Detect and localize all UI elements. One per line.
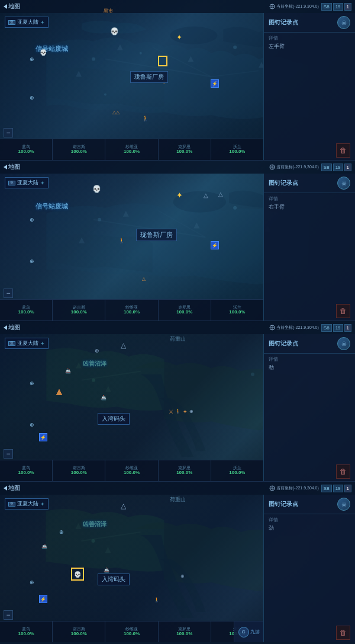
area-name-4: 凶善沼泽 bbox=[83, 520, 106, 528]
map-back-button-2[interactable]: 地图 bbox=[4, 163, 20, 171]
stat-value-4-0: 100.0% bbox=[18, 631, 34, 637]
stat-item-1-3: 克罗思 100.0% bbox=[159, 139, 211, 160]
stat-bar-2: 蓝鸟 100.0% 诺古斯 100.0% 纱维亚 100.0% 克罗思 100.… bbox=[0, 299, 263, 321]
map-back-button-1[interactable]: 地图 bbox=[4, 2, 20, 11]
triangle-4: △ bbox=[118, 501, 128, 511]
trash-button-3[interactable]: 🗑 bbox=[336, 464, 350, 479]
pin-title-2: 图钉记录点 bbox=[269, 179, 298, 187]
zoom-minus-2[interactable]: − bbox=[4, 289, 13, 298]
top-bar-right-4: 当前坐标(-221.9,304.0) S8 19 1 bbox=[269, 485, 351, 492]
stat-item-2-1: 诺古斯 100.0% bbox=[53, 300, 105, 321]
icon-3c: ⊕ bbox=[30, 422, 34, 428]
status-1-3: 1 bbox=[344, 324, 351, 332]
trash-button-1[interactable]: 🗑 bbox=[336, 143, 350, 158]
stat-item-1-2: 纱维亚 100.0% bbox=[105, 139, 158, 160]
region-marker-2: ✦ bbox=[40, 180, 45, 186]
icon-3d: 🚢 bbox=[65, 369, 71, 374]
stat-name-1-1: 诺古斯 bbox=[73, 145, 85, 149]
stat-value-2-1: 100.0% bbox=[71, 309, 87, 315]
right-panel-4: 图钉记录点 ☠ 详情 劲 🗑 bbox=[263, 495, 355, 642]
coord-text-3: 当前坐标(-221.9,304.0) bbox=[276, 325, 319, 331]
target-skull-4: 💀 bbox=[74, 571, 81, 578]
combat-group-3: ⚔ 🚶 ✦ ⊕ bbox=[169, 409, 198, 415]
compass-icon-2: ✦ bbox=[176, 191, 183, 200]
stat-value-2-0: 100.0% bbox=[18, 309, 34, 315]
skull-icon-1a: 💀 bbox=[110, 27, 119, 36]
map-back-button-4[interactable]: 地图 bbox=[4, 484, 20, 492]
icon-1b: ⊕ bbox=[30, 56, 34, 62]
stat-item-4-0: 蓝鸟 100.0% bbox=[0, 621, 53, 642]
pin-spacer-3 bbox=[264, 411, 355, 463]
pin-detail-value-1: 左手臂 bbox=[269, 43, 350, 50]
map-label-4: 地图 bbox=[8, 484, 20, 492]
compass-1: ✦ bbox=[175, 33, 184, 42]
region-label-1: 亚 亚夏大陆 ✦ bbox=[5, 17, 49, 28]
right-panel-1: 图钉记录点 ☠ 详情 左手臂 🗑 bbox=[263, 13, 355, 160]
trash-button-2[interactable]: 🗑 bbox=[336, 304, 350, 318]
blue-square-icon-1: ⚡ bbox=[211, 79, 219, 88]
pin-detail-label-3: 详情 bbox=[269, 356, 350, 364]
top-bar-right-2: 当前坐标(-221.9,304.0) S8 19 1 bbox=[269, 164, 351, 171]
status-1-1: 1 bbox=[344, 3, 351, 11]
stat-item-1-1: 诺古斯 100.0% bbox=[53, 139, 105, 160]
trash-button-4[interactable]: 🗑 bbox=[336, 626, 350, 640]
triangle-2b: △ bbox=[216, 189, 225, 198]
factory-label-4: 入湾码头 bbox=[98, 573, 130, 585]
stat-name-4-2: 纱维亚 bbox=[125, 627, 138, 631]
pin-spacer-2 bbox=[264, 250, 355, 302]
stat-name-1-4: 沃兰 bbox=[233, 145, 241, 149]
stat-bar-4: 蓝鸟 100.0% 诺古斯 100.0% 纱维亚 100.0% 克罗思 100.… bbox=[0, 621, 263, 642]
stat-item-3-1: 诺古斯 100.0% bbox=[53, 460, 105, 481]
stat-value-3-3: 100.0% bbox=[176, 470, 192, 476]
trash-area-4: 🗑 bbox=[264, 623, 355, 642]
pin-spacer-4 bbox=[264, 571, 355, 623]
panel-2: 地图 当前坐标(-221.9,304.0) S8 19 1 亚 亚夏大陆 ✦ bbox=[0, 161, 355, 321]
stat-value-3-1: 100.0% bbox=[71, 470, 87, 476]
stat-name-3-4: 沃兰 bbox=[233, 466, 241, 470]
stat-item-2-0: 蓝鸟 100.0% bbox=[0, 300, 53, 321]
status-1-2: 1 bbox=[344, 164, 351, 171]
mountain-label-4: 荷重山 bbox=[170, 496, 186, 504]
icon-camp-1: △△ bbox=[112, 110, 120, 115]
stat-name-3-1: 诺古斯 bbox=[73, 466, 85, 470]
icon-4e: 🚶 bbox=[154, 597, 160, 603]
trash-area-2: 🗑 bbox=[264, 302, 355, 321]
stat-name-2-4: 沃兰 bbox=[233, 305, 241, 309]
pin-detail-value-2: 右手臂 bbox=[269, 203, 350, 211]
chevron-left-icon-2 bbox=[4, 165, 7, 169]
region-marker-4: ✦ bbox=[40, 501, 45, 507]
icon-3b: ⊕ bbox=[30, 380, 34, 386]
stat-name-3-2: 纱维亚 bbox=[125, 466, 138, 470]
icon-4f: ⊕ bbox=[180, 573, 185, 579]
stat-item-4-2: 纱维亚 100.0% bbox=[105, 621, 158, 642]
icon-person-2: 🚶 bbox=[118, 238, 125, 243]
compass-icon-1: ✦ bbox=[176, 33, 182, 41]
status-19-1: 19 bbox=[333, 3, 343, 11]
pin-detail-value-4: 劲 bbox=[269, 524, 350, 532]
region-marker-3: ✦ bbox=[40, 341, 45, 347]
status-icons-3: S8 19 1 bbox=[321, 324, 351, 332]
blue-sq-3: ⚡ bbox=[38, 432, 48, 442]
stat-value-2-2: 100.0% bbox=[124, 309, 140, 315]
stat-item-2-2: 纱维亚 100.0% bbox=[105, 300, 158, 321]
icon-2b: ⊕ bbox=[30, 258, 34, 264]
stat-name-2-2: 纱维亚 bbox=[125, 305, 138, 309]
zoom-minus-4[interactable]: − bbox=[4, 610, 13, 620]
icon-4c: 🚢 bbox=[41, 544, 47, 549]
triangle-3: △ bbox=[118, 341, 128, 350]
map-back-button-3[interactable]: 地图 bbox=[4, 323, 20, 332]
icon-3e: 🚢 bbox=[101, 395, 106, 401]
blue-square-icon-3: ⚡ bbox=[39, 433, 47, 441]
zoom-minus-1[interactable]: − bbox=[4, 128, 13, 137]
pin-detail-area-4: 详情 劲 bbox=[264, 514, 355, 571]
stat-value-3-2: 100.0% bbox=[124, 470, 140, 476]
skull-marker-2a: 💀 bbox=[92, 184, 101, 194]
region-icon-4: 亚 bbox=[8, 502, 15, 507]
status-s8-1: S8 bbox=[321, 3, 332, 11]
status-19-4: 19 bbox=[333, 485, 343, 492]
factory-label-1: 珑鲁斯厂房 bbox=[130, 71, 168, 83]
stat-value-4-2: 100.0% bbox=[124, 631, 140, 637]
zoom-minus-3[interactable]: − bbox=[4, 449, 13, 459]
region-name-1: 亚夏大陆 bbox=[17, 18, 38, 26]
black-market-label-1: 黑市 bbox=[104, 8, 113, 14]
